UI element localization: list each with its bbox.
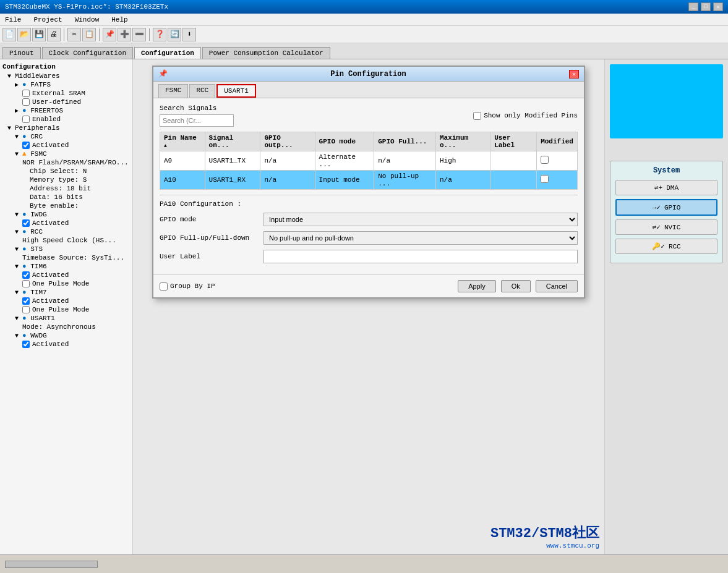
sidebar-iwdg[interactable]: ▼ ● IWDG — [0, 210, 132, 219]
gpio-mode-label: GPIO mode — [160, 216, 259, 223]
checkbox-crc-activated[interactable] — [22, 142, 30, 149]
show-modified-section: Show only Modified Pins — [473, 112, 578, 120]
right-spacer — [610, 143, 723, 156]
gpio-pulldown-select[interactable]: No pull-up and no pull-down Pull-up Pull… — [263, 231, 578, 245]
toolbar-new[interactable]: 📄 — [2, 28, 16, 41]
toolbar-add[interactable]: ➕ — [118, 28, 131, 41]
search-input[interactable] — [160, 114, 234, 127]
cell-max-out-a9: High — [435, 151, 490, 171]
apply-button[interactable]: Apply — [458, 280, 496, 292]
menu-project[interactable]: Project — [31, 15, 64, 25]
user-label-input[interactable] — [263, 250, 578, 263]
sidebar-tim7-one-pulse[interactable]: One Pulse Mode — [0, 305, 132, 314]
menu-file[interactable]: File — [2, 15, 24, 25]
sidebar-crc[interactable]: ▼ ● CRC — [0, 132, 132, 141]
nvic-label: NVIC — [664, 224, 680, 231]
dialog-tab-fsmc[interactable]: FSMC — [158, 84, 188, 98]
toolbar-copy[interactable]: 📋 — [82, 28, 96, 41]
sidebar-fsmc-data: Data: 16 bits — [0, 193, 132, 202]
sidebar-tim6-one-pulse[interactable]: One Pulse Mode — [0, 279, 132, 288]
gpio-mode-select[interactable]: Input mode Output mode Alternate Functio… — [263, 213, 578, 226]
pa10-config-section: PA10 Configuration : GPIO mode Input mod… — [160, 195, 578, 263]
checkbox-tim7-activated[interactable] — [22, 297, 30, 305]
sidebar-fatfs-user-defined[interactable]: User-defined — [0, 98, 132, 106]
status-scrollbar[interactable] — [5, 561, 98, 568]
rcc-label: RCC — [669, 243, 681, 250]
user-label-label: User Label — [160, 253, 259, 260]
sidebar-fsmc-chipselect: Chip Select: N — [0, 167, 132, 176]
checkbox-user-defined[interactable] — [22, 98, 30, 106]
toolbar-open[interactable]: 📂 — [17, 28, 31, 41]
toolbar-refresh[interactable]: 🔄 — [168, 28, 181, 41]
sidebar-wwdg-activated[interactable]: Activated — [0, 340, 132, 349]
toolbar-save[interactable]: 💾 — [32, 28, 46, 41]
sidebar-wwdg[interactable]: ▼ ● WWDG — [0, 331, 132, 340]
dialog-tab-rcc[interactable]: RCC — [189, 84, 215, 98]
dialog-tab-usart1[interactable]: USART1 — [216, 84, 256, 98]
system-btn-dma[interactable]: ⇌+ DMA — [615, 180, 717, 195]
checkbox-tim6-one-pulse[interactable] — [22, 280, 30, 287]
sidebar-crc-activated[interactable]: Activated — [0, 141, 132, 150]
toolbar-print[interactable]: 🖨 — [47, 28, 61, 41]
cancel-button[interactable]: Cancel — [536, 280, 578, 292]
show-modified-checkbox[interactable] — [473, 112, 481, 120]
toolbar-pin[interactable]: 📌 — [103, 28, 116, 41]
sidebar-freertos-enabled[interactable]: Enabled — [0, 115, 132, 124]
nvic-icon: ⇌✓ — [653, 223, 661, 231]
maximize-button[interactable]: □ — [701, 2, 711, 11]
group-by-ip-section: Group By IP — [160, 282, 215, 291]
sidebar-fatfs[interactable]: ▶ ● FATFS — [0, 80, 132, 89]
sidebar-usart1[interactable]: ▼ ● USART1 — [0, 314, 132, 323]
menu-window[interactable]: Window — [72, 15, 102, 25]
toolbar-remove[interactable]: ➖ — [132, 28, 146, 41]
dialog-bottom: Group By IP Apply Ok Cancel — [153, 274, 584, 297]
system-btn-nvic[interactable]: ⇌✓ NVIC — [615, 219, 717, 235]
cell-signal-a10: USART1_RX — [205, 171, 260, 190]
cell-user-label-a9 — [490, 151, 537, 171]
checkbox-iwdg-activated[interactable] — [22, 219, 30, 227]
gpio-icon: →✓ — [653, 203, 661, 211]
checkbox-wwdg-activated[interactable] — [22, 341, 30, 348]
system-btn-rcc[interactable]: 🔑✓ RCC — [615, 239, 717, 254]
checkbox-external-sram[interactable] — [22, 90, 30, 97]
search-row: Search Signals Show only Modified Pins — [160, 104, 578, 127]
tab-pinout[interactable]: Pinout — [2, 47, 41, 59]
menu-help[interactable]: Help — [109, 15, 130, 25]
table-row[interactable]: A10 USART1_RX n/a Input mode No pull-up … — [160, 171, 578, 190]
sidebar-fsmc[interactable]: ▼ ▲ FSMC — [0, 150, 132, 158]
close-button[interactable]: ✕ — [713, 2, 723, 11]
checkbox-freertos-enabled[interactable] — [22, 116, 30, 123]
tab-clock[interactable]: Clock Configuration — [42, 47, 133, 59]
toolbar-down[interactable]: ⬇ — [182, 28, 196, 41]
sidebar-fatfs-external-sram[interactable]: External SRAM — [0, 89, 132, 98]
sidebar-tim6[interactable]: ▼ ● TIM6 — [0, 262, 132, 271]
system-btn-gpio[interactable]: →✓ GPIO — [615, 199, 717, 216]
toolbar-help[interactable]: ❓ — [153, 28, 166, 41]
sidebar: Configuration ▼ MiddleWares ▶ ● FATFS Ex… — [0, 59, 133, 554]
sidebar-freertos[interactable]: ▶ ● FREERTOS — [0, 106, 132, 115]
sidebar-tim6-activated[interactable]: Activated — [0, 271, 132, 279]
gpio-label: GPIO — [664, 204, 680, 211]
sidebar-section-peripherals[interactable]: ▼ Peripherals — [0, 124, 132, 132]
middlewares-label: MiddleWares — [15, 72, 60, 80]
tab-configuration[interactable]: Configuration — [134, 47, 201, 59]
sidebar-tim7[interactable]: ▼ ● TIM7 — [0, 288, 132, 297]
tab-power[interactable]: Power Consumption Calculator — [202, 47, 330, 59]
sidebar-rcc[interactable]: ▼ ● RCC — [0, 227, 132, 236]
col-pin-name: Pin Name ▲ — [160, 132, 205, 151]
sidebar-tim7-activated[interactable]: Activated — [0, 297, 132, 305]
sidebar-iwdg-activated[interactable]: Activated — [0, 219, 132, 227]
toolbar-cut[interactable]: ✂ — [67, 28, 81, 41]
dma-icon: ⇌+ — [654, 184, 662, 192]
sidebar-fsmc-norflash[interactable]: NOR Flash/PSRAM/SRAM/RO... — [0, 158, 132, 167]
table-row[interactable]: A9 USART1_TX n/a Alternate ... n/a High — [160, 151, 578, 171]
checkbox-tim6-activated[interactable] — [22, 271, 30, 279]
dialog-close-button[interactable]: ✕ — [569, 70, 579, 79]
sidebar-sts[interactable]: ▼ ● STS — [0, 245, 132, 253]
sidebar-section-middlewares[interactable]: ▼ MiddleWares — [0, 72, 132, 80]
minimize-button[interactable]: _ — [688, 2, 698, 11]
checkbox-tim7-one-pulse[interactable] — [22, 306, 30, 313]
ok-button[interactable]: Ok — [501, 280, 531, 292]
right-blue-bar — [610, 64, 723, 138]
group-by-ip-checkbox[interactable] — [160, 282, 168, 291]
